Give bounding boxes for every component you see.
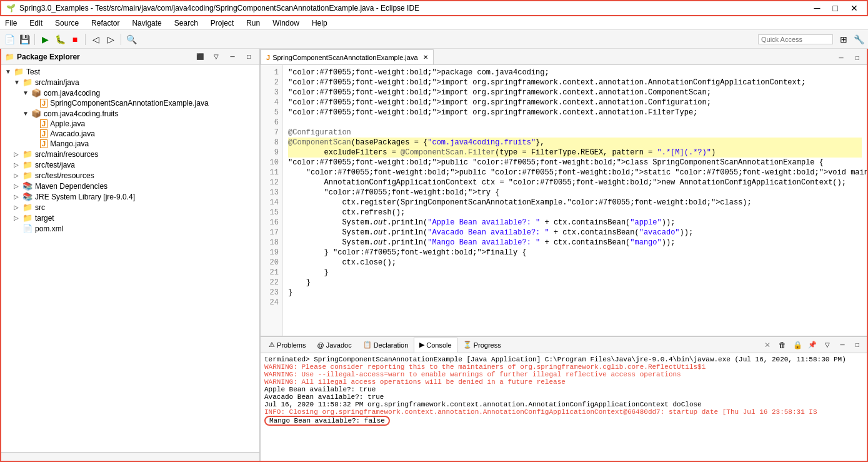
console-content[interactable]: terminated> SpringComponentScanAnnotatio… [261, 353, 867, 461]
menu-item-project[interactable]: Project [208, 18, 236, 28]
menu-item-refactor[interactable]: Refactor [89, 18, 122, 28]
menu-item-window[interactable]: Window [270, 18, 302, 28]
menu-item-run[interactable]: Run [244, 18, 262, 28]
stop-button[interactable]: ■ [68, 33, 82, 46]
pe-maximize-button[interactable]: □ [242, 50, 256, 64]
tree-item[interactable]: JSpringComponentScanAnnotationExample.ja… [2, 98, 258, 108]
editor-split: J SpringComponentScanAnnotationExample.j… [261, 49, 867, 461]
save-button[interactable]: 💾 [17, 33, 31, 46]
line-number: 4 [264, 98, 279, 108]
line-number: 23 [264, 288, 279, 298]
tree-item[interactable]: JAvacado.java [2, 129, 258, 139]
quick-access-input[interactable] [758, 34, 833, 44]
pe-collapse-button[interactable]: ⬛ [193, 50, 207, 64]
code-content[interactable]: "color:#7f0055;font-weight:bold;">packag… [283, 65, 867, 336]
run-button[interactable]: ▶ [38, 33, 52, 46]
menu-item-search[interactable]: Search [172, 18, 201, 28]
console-menu-button[interactable]: ▽ [821, 338, 834, 352]
tree-item[interactable]: ▼📁src/main/java [2, 77, 258, 88]
tree-item[interactable]: ▼📁Test [2, 66, 258, 77]
tree-item[interactable]: ▷📁src/test/resources [2, 170, 258, 181]
code-editor[interactable]: 123456789101112131415161718192021222324 … [261, 65, 867, 336]
tree-item[interactable]: JMango.java [2, 139, 258, 149]
code-line: } [288, 268, 862, 278]
bottom-panel: ⚠Problems@ Javadoc📋Declaration▶Console⏳P… [261, 336, 867, 461]
editor-tab-main[interactable]: J SpringComponentScanAnnotationExample.j… [261, 49, 434, 64]
line-number: 12 [264, 178, 279, 188]
maximize-button[interactable]: □ [829, 3, 842, 13]
tree-file-icon: 📄 [22, 224, 32, 233]
app-icon: 🌱 [6, 4, 16, 13]
tree-item-label: com.java4coding [44, 89, 100, 98]
tree-file-icon: 📦 [31, 88, 41, 98]
tree-item[interactable]: ▷📚Maven Dependencies [2, 181, 258, 191]
debug-button[interactable]: 🐛 [53, 33, 67, 46]
console-pin-button[interactable]: 📌 [806, 338, 819, 352]
menu-item-navigate[interactable]: Navigate [129, 18, 164, 28]
toolbar-separator-2 [85, 34, 86, 45]
search-button[interactable]: 🔍 [124, 33, 138, 46]
line-number: 2 [264, 78, 279, 88]
console-terminate-button[interactable]: ✕ [761, 338, 774, 352]
tree-item[interactable]: ▼📦com.java4coding [2, 88, 258, 98]
tree-item[interactable]: ▼📦com.java4coding.fruits [2, 108, 258, 119]
menu-item-source[interactable]: Source [52, 18, 81, 28]
code-line: System.out.println("Mango Bean available… [288, 238, 862, 248]
pe-scrollbar-area[interactable] [1, 452, 259, 461]
title-bar-left: 🌱 Spring3.0_Examples - Test/src/main/jav… [6, 4, 419, 13]
bottom-tab-progress[interactable]: ⏳Progress [457, 338, 507, 353]
package-explorer-header: 📁 Package Explorer ⬛ ▽ ─ □ [1, 49, 259, 65]
line-number: 5 [264, 108, 279, 118]
tree-item[interactable]: 📄pom.xml [2, 223, 258, 234]
tree-item[interactable]: ▷📚JRE System Library [jre-9.0.4] [2, 191, 258, 202]
minimize-button[interactable]: ─ [811, 3, 824, 13]
menu-item-edit[interactable]: Edit [27, 18, 45, 28]
pe-menu-button[interactable]: ▽ [209, 50, 223, 64]
tree-file-icon: J [40, 99, 47, 108]
tree-item[interactable]: ▷📁target [2, 213, 258, 223]
bottom-tab-problems[interactable]: ⚠Problems [263, 338, 311, 353]
tree-file-icon: J [40, 129, 47, 138]
bottom-tab-declaration[interactable]: 📋Declaration [357, 338, 414, 353]
tree-item[interactable]: ▷📁src/test/java [2, 159, 258, 170]
tree-file-icon: 📚 [22, 192, 32, 201]
line-number: 15 [264, 208, 279, 218]
open-perspective-button[interactable]: 🔧 [852, 33, 866, 46]
console-line: WARNING: Use --illegal-access=warn to en… [264, 371, 863, 378]
tree-item[interactable]: ▷📁src/main/resources [2, 149, 258, 159]
tab-label: @ Javadoc [317, 341, 351, 349]
code-line: } [288, 278, 862, 288]
tree-arrow-icon: ▷ [14, 172, 20, 179]
package-explorer: 📁 Package Explorer ⬛ ▽ ─ □ ▼📁Test▼📁src/m… [1, 49, 261, 461]
console-maximize-button[interactable]: □ [851, 338, 864, 352]
console-minimize-button[interactable]: ─ [836, 338, 849, 352]
console-line: Avacado Bean available?: true [264, 393, 863, 401]
menu-item-file[interactable]: File [2, 18, 19, 28]
code-line: @Configuration [288, 128, 862, 138]
perspective-button[interactable]: ⊞ [837, 33, 851, 46]
tab-label: Problems [277, 341, 306, 349]
tree-item-label: SpringComponentScanAnnotationExample.jav… [50, 99, 209, 108]
line-number: 19 [264, 248, 279, 258]
bottom-tab-javadoc[interactable]: @ Javadoc [311, 338, 357, 353]
new-button[interactable]: 📄 [2, 33, 16, 46]
tree-arrow-icon: ▷ [14, 193, 20, 200]
bottom-tab-console[interactable]: ▶Console [414, 338, 457, 353]
forward-button[interactable]: ▷ [104, 33, 117, 46]
tree-file-icon: 📁 [22, 171, 32, 180]
editor-tab-close[interactable]: ✕ [423, 54, 428, 61]
tree-item[interactable]: JApple.java [2, 119, 258, 129]
tree-file-icon: 📁 [22, 160, 32, 169]
tree-item[interactable]: ▷📁src [2, 202, 258, 213]
console-scroll-lock-button[interactable]: 🔒 [791, 338, 804, 352]
code-line: } "color:#7f0055;font-weight:bold;">fina… [288, 248, 862, 258]
tree-arrow-icon: ▷ [14, 183, 20, 189]
pe-minimize-button[interactable]: ─ [226, 50, 239, 64]
editor-maximize-button[interactable]: □ [851, 51, 864, 64]
back-button[interactable]: ◁ [89, 33, 102, 46]
code-line: "color:#7f0055;font-weight:bold;">try { [288, 188, 862, 198]
close-button[interactable]: ✕ [847, 3, 862, 13]
editor-minimize-button[interactable]: ─ [834, 51, 848, 64]
console-clear-button[interactable]: 🗑 [776, 338, 789, 352]
menu-item-help[interactable]: Help [309, 18, 330, 28]
